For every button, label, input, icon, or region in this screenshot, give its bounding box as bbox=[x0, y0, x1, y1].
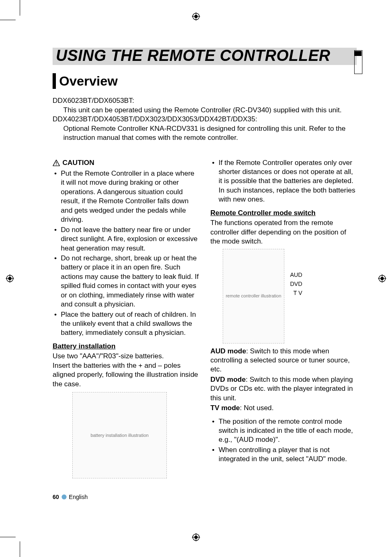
caution-heading: CAUTION bbox=[53, 158, 199, 167]
caution-item: Do not leave the battery near fire or un… bbox=[53, 225, 199, 253]
left-column: CAUTION Put the Remote Controller in a p… bbox=[53, 158, 199, 479]
battery-heading: Battery installation bbox=[53, 342, 199, 351]
crop-mark bbox=[20, 541, 20, 557]
mode-slider-knob bbox=[354, 51, 362, 56]
mode-switch-heading: Remote Controller mode switch bbox=[210, 209, 357, 218]
svg-point-17 bbox=[56, 164, 57, 165]
right-top-list: If the Remote Controller operates only o… bbox=[210, 158, 357, 204]
tv-mode-text: : Not used. bbox=[240, 404, 274, 412]
footer-dot-icon bbox=[62, 494, 67, 499]
mode-label-dvd: DVD bbox=[290, 279, 310, 288]
crop-mark bbox=[20, 0, 20, 16]
right-column: If the Remote Controller operates only o… bbox=[210, 158, 357, 479]
aud-mode-line: AUD mode: Switch to this mode when contr… bbox=[210, 347, 357, 374]
mode-notes-list: The position of the remote control mode … bbox=[210, 417, 357, 464]
crop-mark bbox=[0, 537, 16, 537]
caution-list: Put the Remote Controller in a place whe… bbox=[53, 169, 199, 338]
mode-label-tv: T V bbox=[290, 288, 310, 297]
intro-models-1: DDX6023BT/DDX6053BT: bbox=[53, 96, 357, 105]
mode-switch-intro: The functions operated from the remote c… bbox=[210, 218, 357, 246]
remote-illustration: remote controller illustration bbox=[223, 249, 284, 343]
reg-mark-right bbox=[378, 274, 386, 283]
remote-figure-group: remote controller illustration AUD DVD T… bbox=[223, 249, 357, 343]
intro-models-2: DDX4023BT/DDX4053BT/DDX3023/DDX3053/DDX4… bbox=[53, 115, 357, 124]
chapter-title: USING THE REMOTE CONTROLLER bbox=[56, 47, 330, 64]
battery-line-2: Insert the batteries with the + and – po… bbox=[53, 361, 199, 389]
battery-note-item: If the Remote Controller operates only o… bbox=[210, 158, 357, 204]
page-content: USING THE REMOTE CONTROLLER Overview DDX… bbox=[53, 48, 357, 500]
chapter-title-bar: USING THE REMOTE CONTROLLER bbox=[53, 48, 357, 65]
footer-language: English bbox=[69, 494, 88, 500]
mode-note-item: The position of the remote control mode … bbox=[210, 417, 357, 445]
caution-item: Put the Remote Controller in a place whe… bbox=[53, 169, 199, 225]
section-heading: Overview bbox=[53, 73, 357, 89]
mode-switch-labels: AUD DVD T V bbox=[290, 249, 310, 298]
reg-mark-top bbox=[192, 12, 200, 21]
mode-label-aud: AUD bbox=[290, 270, 310, 279]
crop-mark bbox=[0, 20, 16, 20]
warning-icon bbox=[53, 160, 60, 166]
battery-illustration: battery installation illustration bbox=[72, 392, 167, 478]
reg-mark-bottom bbox=[192, 533, 200, 541]
tv-mode-label: TV mode bbox=[210, 404, 240, 412]
page-number: 60 bbox=[53, 494, 59, 500]
reg-mark-left bbox=[6, 274, 14, 283]
battery-line-1: Use two "AAA"/"R03"-size batteries. bbox=[53, 352, 199, 361]
tv-mode-line: TV mode: Not used. bbox=[210, 404, 357, 413]
dvd-mode-label: DVD mode bbox=[210, 376, 246, 383]
aud-mode-label: AUD mode bbox=[210, 347, 246, 355]
dvd-mode-line: DVD mode: Switch to this mode when playi… bbox=[210, 375, 357, 403]
intro-desc-1: This unit can be operated using the Remo… bbox=[53, 106, 357, 115]
mode-note-item: When controlling a player that is not in… bbox=[210, 446, 357, 464]
intro-desc-2: Optional Remote Controller KNA-RCDV331 i… bbox=[53, 124, 357, 143]
caution-label: CAUTION bbox=[62, 158, 94, 167]
caution-item: Place the battery out of reach of childr… bbox=[53, 310, 199, 338]
page-footer: 60 English bbox=[53, 494, 88, 500]
caution-item: Do not recharge, short, break up or heat… bbox=[53, 254, 199, 309]
intro-block: DDX6023BT/DDX6053BT: This unit can be op… bbox=[53, 96, 357, 142]
